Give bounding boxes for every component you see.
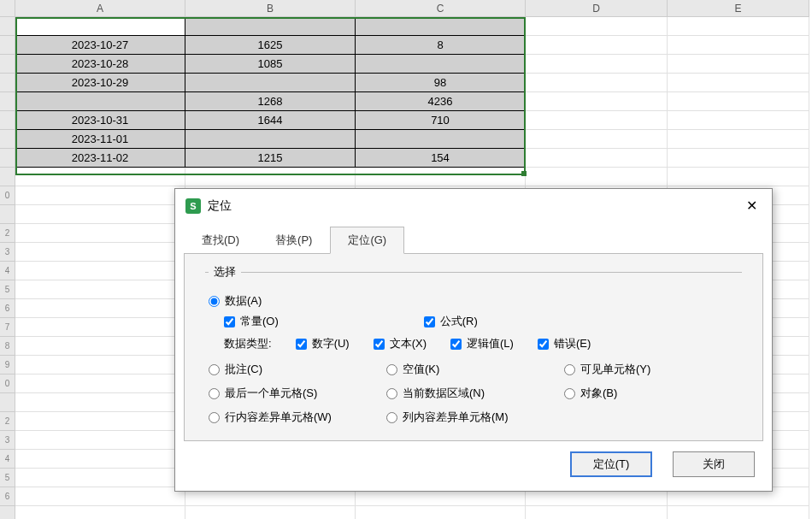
- cell[interactable]: [356, 168, 526, 186]
- row-header[interactable]: 8: [0, 337, 15, 356]
- cell[interactable]: 8: [356, 36, 526, 55]
- option-currentregion[interactable]: 当前数据区域(N): [386, 386, 564, 401]
- radio-rowdiff[interactable]: [209, 412, 220, 423]
- row-header[interactable]: 5: [0, 469, 15, 487]
- cell[interactable]: 2023-11-01: [15, 130, 185, 149]
- checkbox-text[interactable]: [374, 339, 385, 350]
- cell[interactable]: [356, 130, 526, 149]
- option-blank[interactable]: 空值(K): [386, 362, 564, 377]
- row-header[interactable]: [0, 17, 15, 36]
- row-header[interactable]: 5: [0, 280, 15, 299]
- cell[interactable]: [526, 130, 668, 149]
- cell[interactable]: [15, 168, 185, 186]
- cell[interactable]: [15, 469, 185, 487]
- column-header-D[interactable]: D: [526, 0, 668, 17]
- cell[interactable]: [185, 74, 356, 92]
- cell[interactable]: 1268: [185, 92, 356, 111]
- cell[interactable]: [15, 280, 185, 299]
- option-object[interactable]: 对象(B): [564, 386, 718, 401]
- cell[interactable]: [668, 149, 809, 168]
- cell[interactable]: [526, 506, 668, 519]
- checkbox-constant[interactable]: [224, 316, 235, 327]
- cell[interactable]: 154: [356, 149, 526, 168]
- cell[interactable]: 1085: [185, 55, 356, 74]
- checkbox-number[interactable]: [296, 339, 307, 350]
- row-header[interactable]: [0, 111, 15, 130]
- cell[interactable]: [15, 337, 185, 356]
- cell[interactable]: 2023-11-02: [15, 149, 185, 168]
- cell[interactable]: [668, 55, 809, 74]
- row-header[interactable]: 3: [0, 243, 15, 262]
- row-header[interactable]: 6: [0, 487, 15, 506]
- row-header[interactable]: 4: [0, 450, 15, 469]
- row-header[interactable]: 9: [0, 356, 15, 375]
- row-header[interactable]: [0, 55, 15, 74]
- cell[interactable]: [668, 111, 809, 130]
- checkbox-formula[interactable]: [424, 316, 435, 327]
- cell[interactable]: [15, 262, 185, 280]
- cell[interactable]: [668, 74, 809, 92]
- cell[interactable]: [15, 375, 185, 393]
- row-header[interactable]: 2: [0, 224, 15, 243]
- cell[interactable]: [526, 55, 668, 74]
- select-all-corner[interactable]: [0, 0, 15, 17]
- cell[interactable]: [15, 92, 185, 111]
- option-visible[interactable]: 可见单元格(Y): [564, 362, 718, 377]
- close-button[interactable]: 关闭: [673, 451, 755, 477]
- cell[interactable]: [15, 299, 185, 318]
- cell[interactable]: [15, 412, 185, 431]
- radio-object[interactable]: [564, 388, 575, 399]
- cell[interactable]: [356, 17, 526, 36]
- row-header[interactable]: [0, 168, 15, 186]
- goto-button[interactable]: 定位(T): [570, 451, 652, 477]
- cell[interactable]: 2023-10-28: [15, 55, 185, 74]
- radio-currentregion[interactable]: [386, 388, 397, 399]
- radio-blank[interactable]: [386, 364, 397, 375]
- check-logic[interactable]: 逻辑值(L): [450, 336, 514, 351]
- radio-data[interactable]: [209, 296, 220, 307]
- check-number[interactable]: 数字(U): [296, 336, 350, 351]
- dialog-titlebar[interactable]: S 定位 ✕: [175, 189, 772, 223]
- option-lastcell[interactable]: 最后一个单元格(S): [209, 386, 386, 401]
- cell[interactable]: [668, 506, 809, 519]
- cell[interactable]: [15, 318, 185, 337]
- column-header-A[interactable]: A: [15, 0, 185, 17]
- cell[interactable]: [15, 450, 185, 469]
- column-header-B[interactable]: B: [185, 0, 356, 17]
- cell[interactable]: 1215: [185, 149, 356, 168]
- cell[interactable]: [526, 17, 668, 36]
- row-header[interactable]: 0: [0, 375, 15, 393]
- cell[interactable]: [15, 224, 185, 243]
- cell[interactable]: 2023-10-27: [15, 36, 185, 55]
- cell[interactable]: 1644: [185, 111, 356, 130]
- column-header-E[interactable]: E: [668, 0, 809, 17]
- cell[interactable]: [526, 92, 668, 111]
- row-header[interactable]: 4: [0, 262, 15, 280]
- option-rowdiff[interactable]: 行内容差异单元格(W): [209, 410, 386, 425]
- cell[interactable]: 4236: [356, 92, 526, 111]
- row-header[interactable]: 6: [0, 299, 15, 318]
- row-header[interactable]: [0, 506, 15, 519]
- cell[interactable]: 98: [356, 74, 526, 92]
- option-comment[interactable]: 批注(C): [209, 362, 386, 377]
- row-header[interactable]: [0, 36, 15, 55]
- row-header[interactable]: [0, 149, 15, 168]
- cell[interactable]: [668, 130, 809, 149]
- tab-find[interactable]: 查找(D): [184, 227, 257, 254]
- cell[interactable]: [15, 17, 185, 36]
- check-text[interactable]: 文本(X): [374, 336, 427, 351]
- cell[interactable]: [526, 36, 668, 55]
- cell[interactable]: [526, 168, 668, 186]
- row-header[interactable]: [0, 205, 15, 224]
- cell[interactable]: [185, 168, 356, 186]
- row-header[interactable]: [0, 92, 15, 111]
- radio-lastcell[interactable]: [209, 388, 220, 399]
- row-header[interactable]: 2: [0, 412, 15, 431]
- tab-replace[interactable]: 替换(P): [257, 227, 330, 254]
- cell[interactable]: 2023-10-29: [15, 74, 185, 92]
- row-header[interactable]: [0, 74, 15, 92]
- option-coldiff[interactable]: 列内容差异单元格(M): [386, 410, 564, 425]
- cell[interactable]: 710: [356, 111, 526, 130]
- checkbox-error[interactable]: [538, 339, 549, 350]
- cell[interactable]: [668, 92, 809, 111]
